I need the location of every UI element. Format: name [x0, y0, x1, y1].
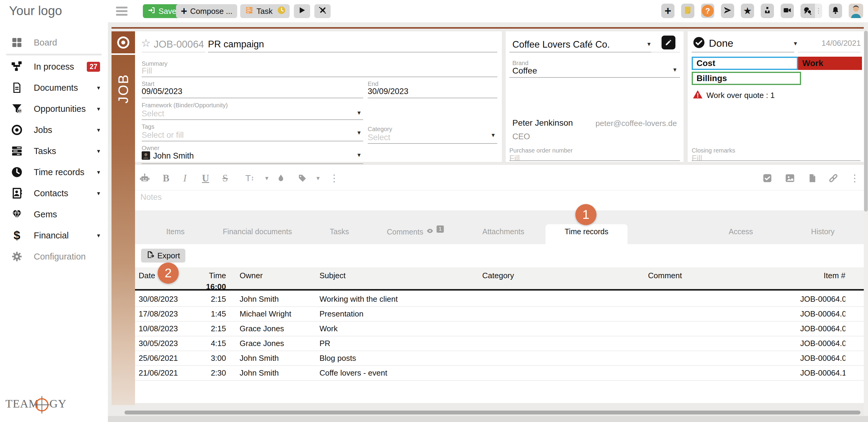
chevron-down-icon[interactable]: ▾: [647, 40, 651, 48]
tab-comments[interactable]: Comments 1: [387, 227, 444, 236]
end-date-input[interactable]: 30/09/2023: [368, 87, 408, 96]
image-icon[interactable]: [785, 172, 795, 185]
horizontal-scrollbar-thumb[interactable]: [124, 411, 861, 415]
chevron-down-icon[interactable]: ▾: [358, 129, 361, 136]
italic-icon[interactable]: I: [183, 172, 187, 185]
sidebar-item-documents[interactable]: Documents ▾: [0, 77, 108, 98]
col-comment[interactable]: Comment: [648, 267, 800, 292]
sidebar-item-opportunities[interactable]: $ Opportunities ▾: [0, 98, 108, 119]
task-button[interactable]: Task: [240, 4, 277, 18]
table-row[interactable]: 10/08/2023 2:15 Grace Jones Work JOB-000…: [135, 322, 864, 336]
sidebar-item-jobs[interactable]: Jobs ▾: [0, 119, 108, 141]
chevron-down-icon[interactable]: ▾: [358, 151, 361, 158]
favorites-button[interactable]: ★: [741, 4, 754, 18]
sidebar-item-board[interactable]: Board: [0, 32, 108, 53]
tab-attachments[interactable]: Attachments: [483, 227, 524, 236]
chevron-down-icon[interactable]: ▾: [492, 131, 495, 139]
notifications-button[interactable]: [829, 4, 842, 18]
col-category[interactable]: Category: [482, 267, 648, 292]
chevron-down-icon[interactable]: ▾: [316, 172, 320, 185]
table-row[interactable]: 17/08/2023 1:45 Michael Wright Presentat…: [135, 307, 864, 322]
client-name-select[interactable]: Coffee Lovers Café Co.: [513, 39, 610, 50]
table-row[interactable]: 30/08/2023 2:15 John Smith Working with …: [135, 292, 864, 307]
color-droplet-icon[interactable]: [277, 172, 285, 185]
vertical-scrollbar-thumb[interactable]: [864, 31, 868, 212]
time-tracking-button[interactable]: [273, 4, 290, 18]
export-button[interactable]: Export: [141, 249, 185, 263]
contact-email[interactable]: peter@coffee-lovers.de: [595, 119, 677, 128]
tab-financial-documents[interactable]: Financial documents: [223, 227, 292, 236]
job-title-input[interactable]: PR campaign: [208, 39, 264, 50]
table-row[interactable]: 21/06/2021 2:30 John Smith Coffe lovers …: [135, 366, 864, 381]
file-icon[interactable]: [808, 172, 817, 185]
sidebar-item-configuration[interactable]: Configuration: [0, 246, 108, 267]
checkbox-icon[interactable]: [763, 172, 772, 185]
play-button[interactable]: [294, 4, 310, 18]
tag-icon[interactable]: [298, 172, 307, 185]
bold-icon[interactable]: B: [163, 172, 169, 185]
magic-tools-button[interactable]: [314, 4, 331, 18]
chat-more-icon[interactable]: ⋮: [815, 4, 822, 18]
add-button[interactable]: +: [661, 4, 675, 18]
framework-select[interactable]: Select: [142, 109, 164, 118]
table-row[interactable]: 30/05/2023 4:15 Grace Jones PR JOB-00064…: [135, 336, 864, 351]
vertical-scrollbar[interactable]: [864, 22, 868, 422]
tags-select[interactable]: Select or fill: [142, 130, 184, 140]
brand-select[interactable]: Coffee: [513, 66, 537, 76]
ai-robot-icon[interactable]: [139, 172, 150, 185]
category-select[interactable]: Select: [368, 133, 390, 142]
text-size-icon[interactable]: T↕: [245, 172, 254, 185]
work-indicator[interactable]: Work: [798, 57, 862, 70]
chevron-down-icon[interactable]: ▾: [673, 66, 677, 73]
po-number-input[interactable]: Fill: [509, 154, 520, 163]
col-owner[interactable]: Owner: [240, 267, 319, 292]
chat-button[interactable]: ⋮: [801, 4, 822, 18]
jobs-bullseye-icon: [11, 124, 23, 136]
summary-input[interactable]: Fill: [142, 66, 152, 76]
col-subject[interactable]: Subject: [319, 267, 482, 292]
hamburger-menu-icon[interactable]: [116, 7, 127, 16]
col-time[interactable]: Time16:00: [204, 267, 226, 292]
tab-items[interactable]: Items: [166, 227, 184, 236]
underline-icon[interactable]: U: [202, 172, 209, 185]
more-vertical-icon[interactable]: ⋮: [330, 172, 339, 185]
tab-history[interactable]: History: [811, 227, 835, 236]
favorite-star-icon[interactable]: ☆: [141, 37, 151, 50]
compose-button[interactable]: + Compose ...: [176, 4, 237, 18]
sidebar-item-in-process[interactable]: In process 27: [0, 56, 108, 77]
sidebar-item-tasks[interactable]: Tasks ▾: [0, 141, 108, 161]
video-call-button[interactable]: [781, 4, 794, 18]
sticky-note-button[interactable]: [681, 4, 694, 18]
save-button[interactable]: Save: [143, 4, 181, 18]
help-button[interactable]: ?: [701, 4, 714, 18]
owner-select[interactable]: John Smith: [142, 151, 194, 161]
job-type-tab[interactable]: [112, 31, 135, 55]
table-row[interactable]: 25/06/2021 3:00 John Smith Blog posts JO…: [135, 351, 864, 366]
cost-indicator[interactable]: Cost: [692, 57, 798, 70]
chevron-down-icon[interactable]: ▾: [794, 40, 797, 47]
more-vertical-icon[interactable]: ⋮: [850, 172, 860, 185]
user-avatar[interactable]: [849, 4, 863, 18]
notes-editor[interactable]: B I U S T↕ ▾ ▾ ⋮ ⋮ Notes: [135, 165, 864, 210]
link-icon[interactable]: [828, 172, 838, 185]
strikethrough-icon[interactable]: S: [222, 172, 228, 185]
edit-client-button[interactable]: [661, 36, 675, 50]
sidebar-item-gems[interactable]: Gems: [0, 204, 108, 225]
billings-indicator[interactable]: Billings: [692, 72, 801, 85]
sidebar-item-financial[interactable]: $ Financial ▾: [0, 225, 108, 246]
contact-name[interactable]: Peter Jenkinson: [513, 118, 573, 128]
closing-remarks-input[interactable]: Fill: [692, 154, 702, 163]
send-button[interactable]: [721, 4, 734, 18]
status-select[interactable]: Done: [709, 37, 733, 49]
sidebar-item-contacts[interactable]: Contacts ▾: [0, 183, 108, 204]
tab-access[interactable]: Access: [729, 227, 753, 236]
tab-tasks[interactable]: Tasks: [330, 227, 349, 236]
brand-label: Brand: [513, 60, 528, 67]
tab-time-records[interactable]: Time records: [565, 227, 609, 236]
chevron-down-icon[interactable]: ▾: [265, 172, 269, 185]
col-item[interactable]: Item #: [800, 267, 845, 292]
device-hub-button[interactable]: [761, 4, 774, 18]
start-date-input[interactable]: 09/05/2023: [142, 87, 182, 96]
sidebar-item-time-records[interactable]: Time records ▾: [0, 161, 108, 183]
chevron-down-icon[interactable]: ▾: [358, 109, 361, 116]
